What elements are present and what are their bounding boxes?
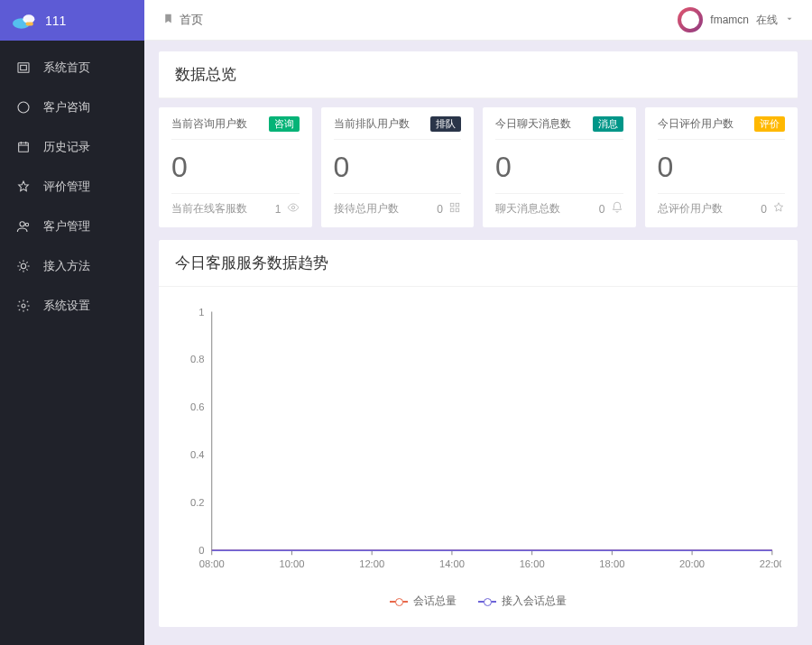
star-icon [16,180,31,194]
legend-swatch [478,601,496,603]
topbar: 首页 fmamcn 在线 [144,0,812,41]
nav-label: 历史记录 [43,139,90,155]
svg-text:0.2: 0.2 [190,497,205,508]
svg-point-8 [25,223,28,226]
home-icon [16,60,31,75]
stat-foot-label: 当前在线客服数 [171,201,247,217]
stat-badge: 咨询 [269,116,300,132]
chat-icon [16,100,31,115]
svg-text:0.8: 0.8 [190,354,205,364]
bookmark-icon [162,13,174,27]
stat-card-reviews: 今日评价用户数 评价 0 总评价用户数 0 [645,107,798,227]
star-outline-icon [772,201,785,217]
gear-icon [16,299,31,313]
svg-text:18:00: 18:00 [599,558,624,569]
stat-badge: 消息 [593,116,623,132]
history-icon [16,140,31,154]
stat-foot-label: 接待总用户数 [334,201,399,217]
stat-head-label: 今日评价用户数 [658,116,734,132]
stat-foot-label: 聊天消息总数 [495,201,560,217]
svg-text:20:00: 20:00 [679,558,705,569]
stat-card-queue: 当前排队用户数 排队 0 接待总用户数 0 [321,107,475,227]
stat-foot-value: 0 [599,203,605,216]
avatar [678,7,703,32]
stat-card-messages: 今日聊天消息数 消息 0 聊天消息总数 0 [483,107,636,227]
nav-label: 系统首页 [43,60,90,76]
breadcrumb-text: 首页 [180,12,203,28]
brand-logo-icon [13,12,36,30]
svg-rect-14 [450,208,454,212]
legend-label: 会话总量 [413,594,457,609]
svg-text:12:00: 12:00 [359,558,384,569]
svg-rect-12 [450,203,454,207]
svg-text:1: 1 [198,307,204,318]
stat-head-label: 当前咨询用户数 [171,116,247,132]
svg-point-5 [18,102,29,113]
legend-item[interactable]: 会话总量 [390,594,457,609]
nav-item-home[interactable]: 系统首页 [0,48,144,88]
eye-icon [287,201,300,217]
plug-icon [16,259,31,273]
sidebar: 111 系统首页 客户咨询 历史记录 评价管理 客户管理 [0,0,144,645]
stat-foot-value: 1 [275,203,281,216]
legend-swatch [390,601,408,603]
svg-text:0.4: 0.4 [190,449,205,460]
svg-rect-15 [456,208,459,212]
chart-legend: 会话总量接入会话总量 [175,588,781,609]
stat-value: 0 [334,140,462,193]
legend-label: 接入会话总量 [502,594,567,609]
bell-icon [611,201,623,217]
stat-head-label: 今日聊天消息数 [495,116,571,132]
nav-item-history[interactable]: 历史记录 [0,127,144,167]
overview-title: 数据总览 [159,51,798,98]
stat-value: 0 [658,140,786,193]
sidebar-nav: 系统首页 客户咨询 历史记录 评价管理 客户管理 接入方法 [0,41,144,326]
svg-point-10 [22,304,25,308]
user-name: fmamcn [710,14,749,26]
overview-panel: 数据总览 [159,51,798,98]
nav-label: 系统设置 [43,298,90,314]
breadcrumb[interactable]: 首页 [162,12,203,28]
stats-row: 当前咨询用户数 咨询 0 当前在线客服数 1 当前排队用 [159,107,798,227]
svg-point-7 [20,222,24,226]
svg-rect-6 [19,143,29,152]
user-menu[interactable]: fmamcn 在线 [678,7,794,32]
svg-rect-13 [456,203,459,207]
svg-text:0: 0 [198,545,204,556]
nav-label: 客户管理 [43,218,90,235]
nav-item-review[interactable]: 评价管理 [0,167,144,207]
grid-icon [448,201,461,217]
svg-text:10:00: 10:00 [279,558,304,569]
stat-card-consult: 当前咨询用户数 咨询 0 当前在线客服数 1 [159,107,312,227]
chart-svg: 00.20.40.60.8108:0010:0012:0014:0016:001… [175,296,781,585]
legend-item[interactable]: 接入会话总量 [478,594,567,609]
svg-text:08:00: 08:00 [199,558,225,569]
svg-text:14:00: 14:00 [439,558,465,569]
stat-head-label: 当前排队用户数 [334,116,410,132]
svg-rect-2 [26,22,33,25]
stat-badge: 评价 [754,116,785,132]
stat-foot-value: 0 [437,203,443,216]
nav-item-customers[interactable]: 客户管理 [0,207,144,246]
stat-value: 0 [171,140,300,193]
svg-point-9 [21,263,25,268]
svg-text:16:00: 16:00 [520,558,545,569]
chevron-down-icon [785,14,794,26]
user-status: 在线 [756,13,778,28]
svg-text:22:00: 22:00 [760,558,781,569]
stat-badge: 排队 [430,116,461,132]
nav-item-consult[interactable]: 客户咨询 [0,88,144,127]
nav-label: 评价管理 [43,179,90,195]
stat-value: 0 [495,140,623,193]
users-icon [16,219,31,234]
chart-area: 00.20.40.60.8108:0010:0012:0014:0016:001… [159,287,798,627]
svg-point-11 [291,206,295,209]
brand[interactable]: 111 [0,0,144,41]
nav-item-settings[interactable]: 系统设置 [0,286,144,326]
brand-title: 111 [45,14,66,28]
svg-rect-4 [21,65,27,69]
nav-item-integration[interactable]: 接入方法 [0,246,144,286]
content: 数据总览 当前咨询用户数 咨询 0 当前在线客服数 1 [144,41,812,645]
svg-rect-3 [18,63,29,73]
chart-title: 今日客服服务数据趋势 [159,240,798,287]
